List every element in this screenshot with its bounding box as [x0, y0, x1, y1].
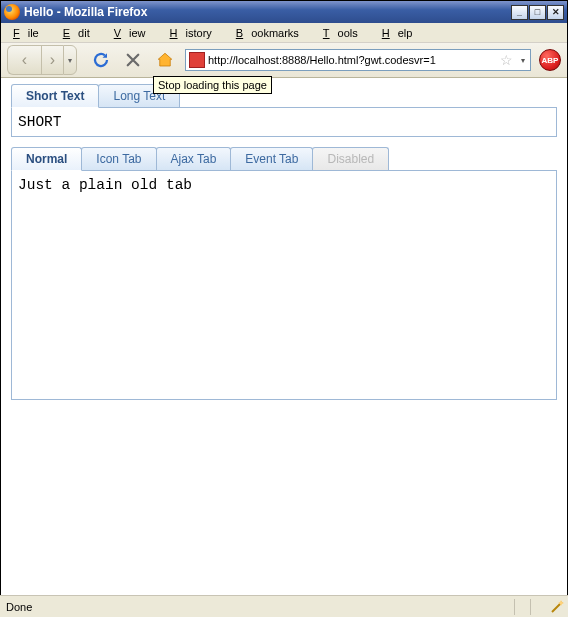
- status-text: Done: [6, 601, 32, 613]
- window-controls: _ □ ✕: [510, 5, 564, 20]
- toolbar: ‹ › ▾ http://localhost:8888/Hello.html?g…: [1, 43, 567, 78]
- tab-normal[interactable]: Normal: [11, 147, 82, 171]
- stop-button[interactable]: [123, 50, 143, 70]
- tab-disabled: Disabled: [312, 147, 389, 170]
- bookmark-star-icon[interactable]: ☆: [500, 52, 513, 68]
- menu-edit[interactable]: Edit: [55, 25, 106, 41]
- menu-history[interactable]: History: [162, 25, 228, 41]
- tab-row-2: Normal Icon Tab Ajax Tab Event Tab Disab…: [11, 147, 557, 170]
- url-dropdown-icon[interactable]: ▾: [516, 56, 530, 65]
- menu-bookmarks[interactable]: Bookmarks: [228, 25, 315, 41]
- reload-icon: [92, 51, 110, 69]
- back-button[interactable]: ‹: [7, 45, 41, 75]
- tab-row-1: Short Text Long Text: [11, 84, 557, 107]
- nav-history-dropdown[interactable]: ▾: [63, 45, 77, 75]
- tooltip: Stop loading this page: [153, 76, 272, 94]
- wand-icon: [549, 599, 565, 615]
- page-content: Short Text Long Text SHORT Normal Icon T…: [1, 78, 567, 400]
- maximize-button[interactable]: □: [529, 5, 546, 20]
- reload-button[interactable]: [91, 50, 111, 70]
- menu-file[interactable]: File: [5, 25, 55, 41]
- status-segment: [530, 599, 546, 615]
- menu-tools[interactable]: Tools: [315, 25, 374, 41]
- window-title: Hello - Mozilla Firefox: [24, 5, 147, 19]
- url-text[interactable]: http://localhost:8888/Hello.html?gwt.cod…: [208, 54, 497, 66]
- status-icon[interactable]: [546, 599, 562, 615]
- home-icon: [156, 51, 174, 69]
- minimize-button[interactable]: _: [511, 5, 528, 20]
- page-favicon: [189, 52, 205, 68]
- statusbar: Done: [0, 595, 568, 617]
- tab-content-1: SHORT: [11, 107, 557, 137]
- close-button[interactable]: ✕: [547, 5, 564, 20]
- titlebar[interactable]: Hello - Mozilla Firefox _ □ ✕: [1, 1, 567, 23]
- menu-view[interactable]: View: [106, 25, 162, 41]
- tab-short-text[interactable]: Short Text: [11, 84, 99, 108]
- forward-button[interactable]: ›: [41, 45, 63, 75]
- menubar: File Edit View History Bookmarks Tools H…: [1, 23, 567, 43]
- tabset-short-long: Short Text Long Text SHORT: [11, 84, 557, 137]
- status-segment: [514, 599, 530, 615]
- chevron-down-icon: ▾: [68, 56, 72, 65]
- home-button[interactable]: [155, 50, 175, 70]
- tab-icon-tab[interactable]: Icon Tab: [81, 147, 156, 170]
- tab-content-2: Just a plain old tab: [11, 170, 557, 400]
- chevron-left-icon: ‹: [22, 51, 27, 69]
- stop-icon: [124, 51, 142, 69]
- firefox-icon: [4, 4, 20, 20]
- tab-event-tab[interactable]: Event Tab: [230, 147, 313, 170]
- url-bar[interactable]: http://localhost:8888/Hello.html?gwt.cod…: [185, 49, 531, 71]
- tab-ajax-tab[interactable]: Ajax Tab: [156, 147, 232, 170]
- menu-help[interactable]: Help: [374, 25, 429, 41]
- chevron-right-icon: ›: [50, 51, 55, 69]
- tabset-normal: Normal Icon Tab Ajax Tab Event Tab Disab…: [11, 147, 557, 400]
- abp-button[interactable]: ABP: [539, 49, 561, 71]
